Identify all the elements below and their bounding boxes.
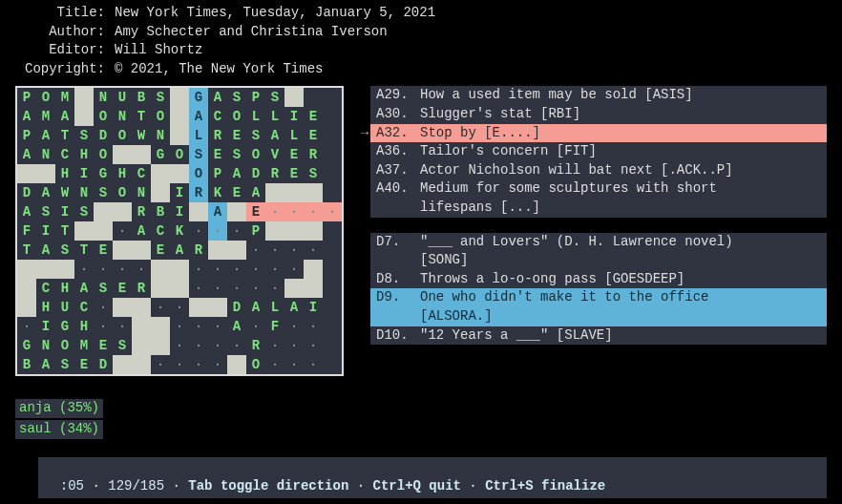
- grid-cell[interactable]: I: [284, 107, 304, 126]
- grid-cell[interactable]: A: [36, 183, 55, 202]
- grid-cell[interactable]: H: [55, 279, 74, 298]
- grid-cell[interactable]: L: [265, 298, 284, 317]
- grid-cell[interactable]: A: [36, 126, 55, 145]
- grid-cell[interactable]: S: [55, 241, 74, 260]
- grid-cell[interactable]: ·: [284, 317, 304, 336]
- grid-cell[interactable]: C: [151, 221, 170, 241]
- grid-cell[interactable]: E: [74, 355, 94, 374]
- grid-cell[interactable]: K: [170, 221, 189, 241]
- grid-cell[interactable]: [17, 279, 36, 298]
- grid-cell[interactable]: H: [74, 317, 94, 336]
- grid-cell[interactable]: I: [36, 317, 55, 336]
- grid-cell[interactable]: ·: [304, 317, 323, 336]
- grid-cell[interactable]: ·: [94, 317, 113, 336]
- grid-cell[interactable]: B: [17, 355, 36, 374]
- grid-cell[interactable]: [170, 279, 189, 298]
- grid-cell[interactable]: [132, 336, 151, 355]
- grid-cell[interactable]: S: [189, 145, 208, 164]
- grid-cell[interactable]: ·: [284, 241, 304, 260]
- grid-cell[interactable]: [17, 298, 36, 317]
- grid-cell[interactable]: G: [151, 145, 170, 164]
- grid-cell[interactable]: ·: [265, 355, 284, 374]
- grid-cell[interactable]: F: [265, 317, 284, 336]
- grid-cell[interactable]: S: [304, 164, 323, 183]
- grid-cell[interactable]: [17, 164, 36, 183]
- grid-cell[interactable]: E: [113, 279, 132, 298]
- grid-cell[interactable]: ·: [227, 260, 246, 279]
- grid-cell[interactable]: ·: [94, 298, 113, 317]
- grid-cell[interactable]: L: [246, 107, 265, 126]
- grid-cell[interactable]: ·: [227, 279, 246, 298]
- suggestion-item[interactable]: saul (34%): [15, 420, 103, 439]
- grid-cell[interactable]: A: [227, 317, 246, 336]
- grid-cell[interactable]: R: [246, 336, 265, 355]
- grid-cell[interactable]: ·: [208, 317, 227, 336]
- grid-cell[interactable]: I: [304, 298, 323, 317]
- grid-cell[interactable]: ·: [113, 317, 132, 336]
- clue-item[interactable]: →A32.Stop by [E....]: [370, 124, 827, 143]
- grid-cell[interactable]: P: [17, 126, 36, 145]
- grid-cell[interactable]: S: [74, 202, 94, 221]
- grid-cell[interactable]: O: [170, 145, 189, 164]
- grid-cell[interactable]: H: [113, 164, 132, 183]
- grid-cell[interactable]: T: [55, 221, 74, 241]
- grid-cell[interactable]: M: [74, 336, 94, 355]
- grid-cell[interactable]: S: [36, 202, 55, 221]
- grid-cell[interactable]: ·: [113, 260, 132, 279]
- grid-cell[interactable]: [170, 260, 189, 279]
- grid-cell[interactable]: S: [246, 126, 265, 145]
- grid-cell[interactable]: ·: [17, 317, 36, 336]
- grid-cell[interactable]: O: [55, 336, 74, 355]
- grid-cell[interactable]: ·: [151, 355, 170, 374]
- grid-cell[interactable]: [94, 221, 113, 241]
- grid-cell[interactable]: C: [55, 145, 74, 164]
- grid-cell[interactable]: ·: [151, 298, 170, 317]
- grid-cell[interactable]: [151, 260, 170, 279]
- grid-cell[interactable]: ·: [227, 336, 246, 355]
- clue-item[interactable]: D10."12 Years a ___" [SLAVE]: [370, 326, 827, 346]
- grid-cell[interactable]: G: [189, 88, 208, 107]
- grid-cell[interactable]: M: [55, 88, 74, 107]
- grid-cell[interactable]: A: [246, 298, 265, 317]
- grid-cell[interactable]: [17, 260, 36, 279]
- clue-item[interactable]: A36.Tailor's concern [FIT]: [370, 142, 827, 161]
- grid-cell[interactable]: C: [74, 298, 94, 317]
- grid-cell[interactable]: [113, 355, 132, 374]
- grid-cell[interactable]: ·: [304, 241, 323, 260]
- grid-cell[interactable]: S: [94, 183, 113, 202]
- grid-cell[interactable]: ·: [189, 355, 208, 374]
- grid-cell[interactable]: E: [94, 241, 113, 260]
- grid-cell[interactable]: A: [208, 202, 227, 221]
- grid-cell[interactable]: ·: [265, 241, 284, 260]
- grid-cell[interactable]: A: [265, 126, 284, 145]
- grid-cell[interactable]: O: [36, 88, 55, 107]
- grid-cell[interactable]: I: [170, 183, 189, 202]
- grid-cell[interactable]: E: [246, 202, 265, 221]
- grid-cell[interactable]: A: [132, 221, 151, 241]
- grid-cell[interactable]: R: [189, 241, 208, 260]
- grid-cell[interactable]: S: [265, 88, 284, 107]
- grid-cell[interactable]: E: [94, 336, 113, 355]
- grid-cell[interactable]: ·: [113, 221, 132, 241]
- grid-cell[interactable]: I: [170, 202, 189, 221]
- grid-cell[interactable]: I: [74, 164, 94, 183]
- grid-cell[interactable]: N: [113, 107, 132, 126]
- grid-cell[interactable]: [113, 145, 132, 164]
- grid-cell[interactable]: U: [55, 298, 74, 317]
- grid-cell[interactable]: [227, 241, 246, 260]
- grid-cell[interactable]: E: [151, 241, 170, 260]
- grid-cell[interactable]: N: [132, 183, 151, 202]
- grid-cell[interactable]: [151, 336, 170, 355]
- grid-cell[interactable]: S: [227, 88, 246, 107]
- grid-cell[interactable]: ·: [265, 260, 284, 279]
- grid-cell[interactable]: O: [227, 107, 246, 126]
- grid-cell[interactable]: G: [94, 164, 113, 183]
- grid-cell[interactable]: ·: [170, 317, 189, 336]
- grid-cell[interactable]: H: [36, 298, 55, 317]
- grid-cell[interactable]: R: [189, 183, 208, 202]
- grid-cell[interactable]: P: [17, 88, 36, 107]
- grid-cell[interactable]: ·: [284, 336, 304, 355]
- grid-cell[interactable]: [189, 202, 208, 221]
- clue-item[interactable]: A29.How a used item may be sold [ASIS]: [370, 86, 827, 105]
- grid-cell[interactable]: A: [36, 355, 55, 374]
